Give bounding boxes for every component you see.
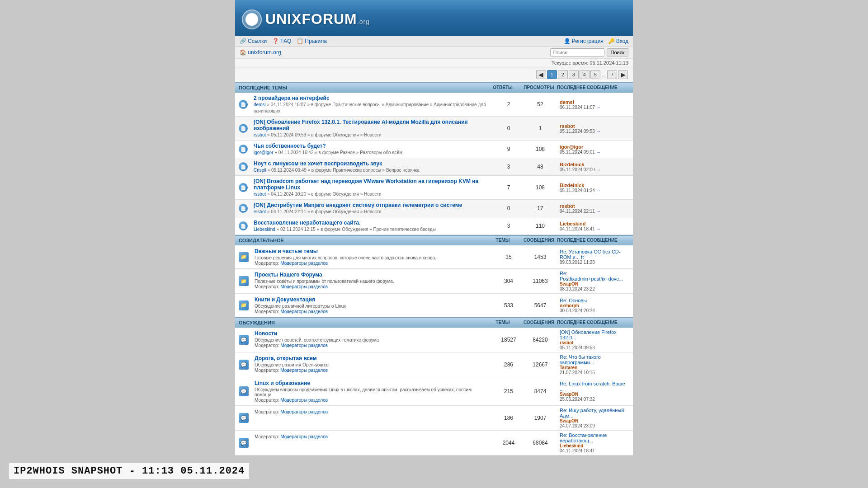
subsection-title-link[interactable]: Linux и образование bbox=[255, 380, 310, 386]
page-1[interactable]: 1 bbox=[547, 70, 557, 79]
last-author[interactable]: Bizdelnick bbox=[560, 183, 629, 188]
last-title[interactable]: Re: Что бы такого запрограмми... bbox=[560, 354, 629, 365]
topic-title-link[interactable]: 2 провайдера на интерфейс bbox=[254, 95, 489, 101]
page-4[interactable]: 4 bbox=[580, 70, 590, 79]
page-first-icon[interactable]: ◀ bbox=[536, 70, 546, 79]
search-input[interactable] bbox=[550, 48, 604, 56]
last-title[interactable]: Re: Основы bbox=[560, 298, 629, 303]
topic-title-link[interactable]: Ноут с линуксом не хочет воспроизводить … bbox=[254, 160, 489, 167]
last-author[interactable]: Tartaren bbox=[560, 365, 629, 370]
last-author[interactable]: rssbot bbox=[560, 340, 629, 345]
last-title[interactable]: Re: Ищу работу, удалённый Адм... bbox=[560, 408, 629, 418]
subsection-desc: Обсуждение различной литературы о Linux bbox=[255, 304, 489, 309]
register-link[interactable]: 👤 Регистрация bbox=[564, 38, 604, 44]
subsection-icon: 💬 bbox=[239, 438, 249, 448]
subsection-title-link[interactable]: Важные и частые темы bbox=[255, 248, 318, 254]
topic-icon-cell: 📄 bbox=[235, 93, 250, 117]
last-title[interactable]: Re: Восстановление неработающ... bbox=[560, 432, 629, 443]
last-author[interactable]: rssbot bbox=[560, 203, 629, 209]
last-msg-link[interactable]: → bbox=[596, 209, 601, 214]
breadcrumb-bar: 🏠 unixforum.org Поиск bbox=[235, 47, 633, 59]
subsection-title-link[interactable]: Новости bbox=[255, 330, 277, 337]
pagination-top: ◀ 1 2 3 4 5 ... 7 ▶ bbox=[235, 67, 633, 82]
last-author[interactable]: SwapON bbox=[560, 282, 629, 286]
subsection-info-cell: Linux и образование Обсуждаем вопросы пр… bbox=[251, 377, 493, 406]
last-date: 21.07.2024 10:15 bbox=[560, 370, 629, 375]
page-2[interactable]: 2 bbox=[558, 70, 568, 79]
rules-nav[interactable]: 📋 Правила bbox=[297, 38, 327, 44]
subsection-mod: Модератор: Модераторы разделов bbox=[255, 309, 489, 314]
views-cell: 108 bbox=[524, 176, 556, 200]
last-msg-link[interactable]: → bbox=[596, 226, 601, 231]
page-next-icon[interactable]: ▶ bbox=[618, 70, 628, 79]
topic-meta: Crispii » 05.11.2024 00:49 » в форуме Пр… bbox=[254, 168, 420, 173]
topic-meta: demsl » 04.11.2024 18:07 » в форуме Прак… bbox=[254, 102, 486, 113]
nav-left: 🔗 Ссылки ❓ FAQ 📋 Правила bbox=[240, 38, 327, 44]
list-item: 💬 Новости Обсуждение новостей, соответст… bbox=[235, 328, 633, 352]
last-author[interactable]: oxmorph bbox=[560, 303, 629, 308]
navbar: 🔗 Ссылки ❓ FAQ 📋 Правила 👤 Регистрация 🔑… bbox=[235, 36, 633, 47]
replies-cell: 3 bbox=[493, 217, 524, 235]
mod-link[interactable]: Модераторы разделов bbox=[280, 434, 328, 439]
subsection-title-link[interactable]: Дорога, открытая всем bbox=[255, 355, 317, 361]
topic-icon-cell: 📄 bbox=[235, 217, 250, 235]
topic-title-link[interactable]: Чья собственность будет? bbox=[254, 143, 489, 149]
subsection-title-link[interactable]: Проекты Нашего Форума bbox=[255, 272, 322, 278]
last-msg-link[interactable]: → bbox=[596, 129, 601, 134]
mod-link[interactable]: Модераторы разделов bbox=[280, 368, 328, 373]
last-author[interactable]: Liebeskind bbox=[560, 443, 629, 448]
mod-link[interactable]: Модераторы разделов bbox=[280, 343, 328, 348]
topic-author-link[interactable]: igor@igor bbox=[254, 150, 274, 155]
page-7[interactable]: 7 bbox=[607, 70, 617, 79]
last-author[interactable]: rssbot bbox=[560, 123, 629, 129]
last-title[interactable]: Re: Postfixadmin+postfix+dove... bbox=[560, 271, 629, 282]
mod-link[interactable]: Модераторы разделов bbox=[280, 284, 328, 289]
links-nav[interactable]: 🔗 Ссылки bbox=[240, 38, 267, 44]
topic-title-link[interactable]: [ON] Broadcom работает над переводом VMw… bbox=[254, 178, 489, 191]
last-author[interactable]: SwapON bbox=[560, 392, 629, 397]
topic-author-link[interactable]: Crispii bbox=[254, 168, 266, 173]
logo-area[interactable]: UNIXFORUM.org bbox=[242, 9, 370, 29]
last-msg-link[interactable]: → bbox=[596, 167, 601, 172]
subsection-icon: 💬 bbox=[239, 360, 249, 370]
last-msg-link[interactable]: → bbox=[596, 105, 601, 110]
last-author[interactable]: igor@igor bbox=[560, 144, 629, 150]
list-item: 📁 Проекты Нашего Форума Полезные советы … bbox=[235, 269, 633, 294]
mod-link[interactable]: Модераторы разделов bbox=[280, 398, 328, 403]
last-title[interactable]: Re: Установка ОС без CD-ROM и... tt bbox=[560, 249, 629, 260]
topics-count: 215 bbox=[493, 377, 524, 406]
topic-author-link[interactable]: demsl bbox=[254, 102, 266, 107]
topic-author-link[interactable]: rssbot bbox=[254, 192, 266, 197]
last-title[interactable]: Re: Linux from scratch. Ваше ... bbox=[560, 381, 629, 392]
last-msg-cell: demsl 06.11.2024 11:07 → bbox=[556, 93, 633, 117]
last-author[interactable]: Liebeskind bbox=[560, 221, 629, 226]
subsection-title-link[interactable]: Книги и Документация bbox=[255, 296, 315, 303]
login-link[interactable]: 🔑 Вход bbox=[608, 38, 628, 44]
page-3[interactable]: 3 bbox=[569, 70, 579, 79]
mod-link[interactable]: Модераторы разделов bbox=[280, 409, 328, 414]
topic-author-link[interactable]: rssbot bbox=[254, 209, 266, 214]
last-author[interactable]: Bizdelnick bbox=[560, 162, 629, 167]
last-date: 05.11.2024 09:53 → bbox=[560, 129, 629, 134]
topic-title-link[interactable]: [ON] Обновление Firefox 132.0.1. Тестиро… bbox=[254, 119, 489, 131]
topic-author-link[interactable]: rssbot bbox=[254, 132, 266, 137]
page-ellipsis: ... bbox=[602, 72, 606, 77]
last-author[interactable]: SwapON bbox=[560, 418, 629, 423]
topic-title-link[interactable]: Восстановление неработающего сайта. bbox=[254, 220, 489, 226]
last-msg-link[interactable]: → bbox=[596, 188, 601, 193]
messages-count: 5647 bbox=[524, 294, 556, 317]
mod-link[interactable]: Модераторы разделов bbox=[280, 309, 328, 314]
topic-title-link[interactable]: [ON] Дистрибутив Manjaro внедряет систем… bbox=[254, 202, 489, 208]
last-msg-link[interactable]: → bbox=[596, 150, 601, 155]
last-title[interactable]: [ON] Обновление Firefox 132.0... bbox=[560, 329, 629, 340]
topics-count: 18527 bbox=[493, 328, 524, 352]
views-cell: 17 bbox=[524, 200, 556, 217]
page-5[interactable]: 5 bbox=[590, 70, 600, 79]
home-link[interactable]: 🏠 unixforum.org bbox=[240, 49, 281, 56]
last-author[interactable]: demsl bbox=[560, 99, 629, 105]
topic-author-link[interactable]: Liebeskind bbox=[254, 227, 275, 232]
faq-nav[interactable]: ❓ FAQ bbox=[272, 38, 291, 44]
search-button[interactable]: Поиск bbox=[607, 48, 628, 56]
topic-meta: Liebeskind » 02.11.2024 12:15 » в форуме… bbox=[254, 227, 436, 232]
mod-link[interactable]: Модераторы разделов bbox=[280, 261, 328, 266]
